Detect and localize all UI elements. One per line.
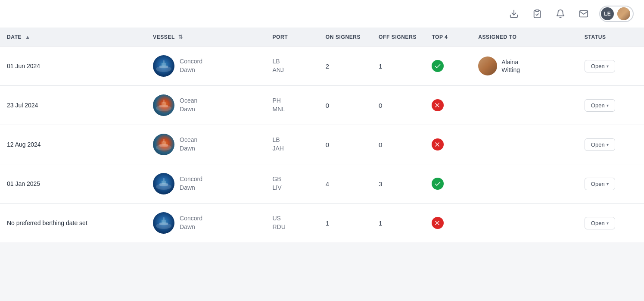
status-label: Open — [591, 102, 605, 109]
on-signers-cell: 2 — [319, 47, 372, 86]
off-signers-cell: 3 — [372, 164, 425, 204]
table-row: 01 Jun 2024 ConcordDawn LBANJ 2 1 Alaina… — [0, 47, 644, 86]
assigned-name: AlainaWitting — [501, 58, 520, 74]
date-cell: 01 Jan 2025 — [0, 164, 146, 204]
top4-icon — [432, 60, 444, 72]
status-badge[interactable]: Open ▾ — [585, 99, 615, 112]
topbar: LE — [0, 0, 644, 28]
vessel-image — [153, 212, 174, 234]
status-label: Open — [591, 220, 605, 226]
top4-cell — [425, 164, 471, 204]
port-cell: USRDU — [265, 204, 318, 243]
col-port: PORT — [265, 28, 318, 47]
status-badge[interactable]: Open ▾ — [585, 60, 615, 72]
port-cell: GBLIV — [265, 164, 318, 204]
off-signers-cell: 0 — [372, 86, 425, 125]
on-signers-cell: 1 — [319, 204, 372, 243]
svg-rect-17 — [163, 178, 165, 181]
top4-icon — [432, 99, 444, 111]
vessel-name: OceanDawn — [180, 136, 197, 153]
vessel-name: ConcordDawn — [180, 214, 202, 231]
status-cell: Open ▾ — [578, 164, 644, 204]
date-cell: 12 Aug 2024 — [0, 125, 146, 164]
port-cell: LBJAH — [265, 125, 318, 164]
top4-cell — [425, 204, 471, 243]
status-cell: Open ▾ — [578, 204, 644, 243]
assigned-cell: AlainaWitting — [478, 56, 571, 75]
vessel-image — [153, 134, 174, 155]
top4-cell — [425, 47, 471, 86]
status-badge[interactable]: Open ▾ — [585, 138, 615, 151]
mail-icon[interactable] — [576, 6, 591, 22]
col-assigned-label: ASSIGNED TO — [478, 34, 516, 40]
status-cell: Open ▾ — [578, 86, 644, 125]
col-date[interactable]: DATE ▲ — [0, 28, 146, 47]
chevron-down-icon: ▾ — [607, 103, 609, 108]
table-header-row: DATE ▲ VESSEL ⇅ PORT ON SIGNERS OFF SIGN… — [0, 28, 644, 47]
table-row: 23 Jul 2024 OceanDawn PHMNL 0 0 Open ▾ — [0, 86, 644, 125]
svg-rect-1 — [535, 10, 538, 12]
off-signers-cell: 1 — [372, 47, 425, 86]
status-cell: Open ▾ — [578, 47, 644, 86]
top4-cell — [425, 86, 471, 125]
top4-icon — [432, 217, 444, 229]
main-content: DATE ▲ VESSEL ⇅ PORT ON SIGNERS OFF SIGN… — [0, 28, 644, 242]
col-date-label: DATE — [7, 34, 22, 40]
vessel-image — [153, 55, 174, 77]
svg-rect-20 — [162, 220, 166, 223]
col-port-label: PORT — [272, 34, 288, 40]
svg-rect-12 — [162, 141, 166, 144]
status-badge[interactable]: Open ▾ — [585, 178, 615, 190]
bell-icon[interactable] — [553, 6, 568, 22]
status-label: Open — [591, 181, 605, 187]
on-signers-cell: 0 — [319, 86, 372, 125]
table-row: 12 Aug 2024 OceanDawn LBJAH 0 0 Open ▾ — [0, 125, 644, 164]
svg-rect-13 — [163, 139, 165, 142]
assigned-to-cell — [471, 125, 578, 164]
download-icon[interactable] — [506, 6, 522, 22]
vessel-image — [153, 173, 174, 194]
on-signers-cell: 4 — [319, 164, 372, 204]
avatar-initials: LE — [601, 7, 614, 20]
user-avatar-group[interactable]: LE — [599, 6, 634, 22]
port-cell: PHMNL — [265, 86, 318, 125]
top4-icon — [432, 178, 444, 190]
col-top4: TOP 4 — [425, 28, 471, 47]
svg-rect-8 — [162, 102, 166, 105]
col-vessel-label: VESSEL — [153, 34, 175, 40]
assigned-avatar — [478, 56, 497, 75]
table-row: 01 Jan 2025 ConcordDawn GBLIV 4 3 Open ▾ — [0, 164, 644, 204]
svg-rect-21 — [163, 217, 165, 220]
sort-arrow-vessel: ⇅ — [178, 34, 183, 40]
assigned-to-cell: AlainaWitting — [471, 47, 578, 86]
col-vessel[interactable]: VESSEL ⇅ — [146, 28, 265, 47]
svg-rect-16 — [162, 181, 166, 184]
col-off-signers-label: OFF SIGNERS — [379, 34, 417, 40]
vessel-cell: ConcordDawn — [146, 164, 265, 204]
table-row: No preferred berthing date set ConcordDa… — [0, 204, 644, 243]
svg-rect-4 — [162, 63, 166, 66]
vessel-cell: OceanDawn — [146, 86, 265, 125]
vessel-cell: ConcordDawn — [146, 204, 265, 243]
top4-cell — [425, 125, 471, 164]
port-cell: LBANJ — [265, 47, 318, 86]
assigned-to-cell — [471, 164, 578, 204]
avatar-photo — [617, 7, 630, 20]
date-cell: 23 Jul 2024 — [0, 86, 146, 125]
chevron-down-icon: ▾ — [607, 182, 609, 186]
col-status: STATUS — [578, 28, 644, 47]
col-status-label: STATUS — [585, 34, 606, 40]
sort-arrow-date: ▲ — [25, 34, 30, 40]
clipboard-icon[interactable] — [529, 6, 545, 22]
top4-icon — [432, 138, 444, 150]
col-on-signers: ON SIGNERS — [319, 28, 372, 47]
status-badge[interactable]: Open ▾ — [585, 217, 615, 229]
on-signers-cell: 0 — [319, 125, 372, 164]
vessel-cell: ConcordDawn — [146, 47, 265, 86]
svg-rect-9 — [163, 100, 165, 103]
vessel-name: ConcordDawn — [180, 57, 202, 74]
col-top4-label: TOP 4 — [432, 34, 448, 40]
vessel-name: ConcordDawn — [180, 175, 202, 192]
assigned-to-cell — [471, 204, 578, 243]
col-on-signers-label: ON SIGNERS — [326, 34, 361, 40]
